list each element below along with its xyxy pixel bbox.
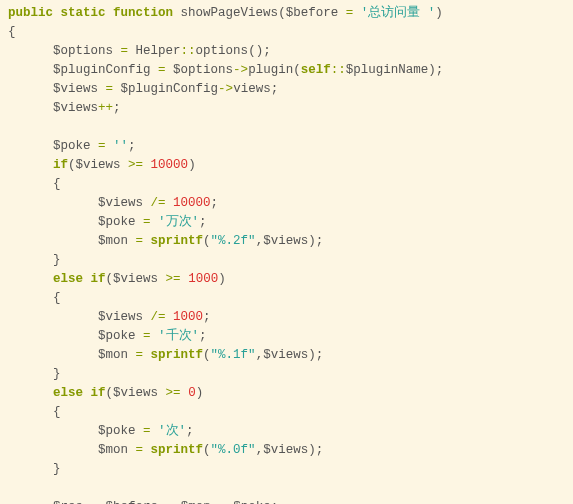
code-line: $views /= 10000;: [8, 194, 573, 213]
token-pun: ;: [271, 82, 279, 96]
token-pun: [166, 63, 174, 77]
token-op: =: [121, 44, 129, 58]
token-pun: [83, 500, 91, 504]
token-pun: [113, 82, 121, 96]
code-line: if($views >= 10000): [8, 156, 573, 175]
token-k: sprintf: [151, 443, 204, 457]
token-pun: [151, 63, 159, 77]
token-var: $mon: [181, 500, 211, 504]
code-line: }: [8, 460, 573, 479]
token-fn: Helper: [136, 44, 181, 58]
token-pun: [83, 386, 91, 400]
token-str: '总访问量 ': [361, 6, 436, 20]
token-pun: }: [53, 367, 61, 381]
token-pun: [143, 234, 151, 248]
token-var: $views: [76, 158, 121, 172]
token-pun: [91, 139, 99, 153]
code-line: public static function showPageViews($be…: [8, 4, 573, 23]
token-k: function: [113, 6, 173, 20]
token-fn: plugin: [248, 63, 293, 77]
token-var: $views: [98, 310, 143, 324]
token-op: ++: [98, 101, 113, 115]
token-var: $poke: [98, 215, 136, 229]
token-str: "%.1f": [211, 348, 256, 362]
token-op: ->: [233, 63, 248, 77]
token-var: $before: [286, 6, 339, 20]
token-pun: [158, 500, 166, 504]
token-pun: [173, 500, 181, 504]
token-pun: );: [308, 443, 323, 457]
token-pun: ;: [199, 215, 207, 229]
code-line: $mon = sprintf("%.1f",$views);: [8, 346, 573, 365]
token-k: else: [53, 272, 83, 286]
token-var: $poke: [233, 500, 271, 504]
token-str: '万次': [158, 215, 199, 229]
token-str: '千次': [158, 329, 199, 343]
code-line: $poke = '';: [8, 137, 573, 156]
token-pun: (: [68, 158, 76, 172]
code-line: {: [8, 289, 573, 308]
code-line: [8, 479, 573, 498]
token-fn: showPageViews: [181, 6, 279, 20]
token-pun: (: [203, 443, 211, 457]
token-pun: (: [106, 386, 114, 400]
token-k: self: [301, 63, 331, 77]
token-pun: [151, 329, 159, 343]
token-pun: [143, 158, 151, 172]
token-op: =: [98, 139, 106, 153]
token-str: '': [113, 139, 128, 153]
token-op: =: [136, 234, 144, 248]
token-pun: {: [8, 25, 16, 39]
token-pun: [128, 348, 136, 362]
token-pun: [173, 6, 181, 20]
token-pun: {: [53, 405, 61, 419]
token-var: $res: [53, 500, 83, 504]
token-op: =: [136, 348, 144, 362]
token-var: $views: [53, 82, 98, 96]
token-op: =: [91, 500, 99, 504]
token-pun: }: [53, 253, 61, 267]
token-pun: );: [428, 63, 443, 77]
code-line: {: [8, 403, 573, 422]
token-num: 1000: [188, 272, 218, 286]
token-pun: ): [218, 272, 226, 286]
token-var: $views: [113, 272, 158, 286]
code-line: $views = $pluginConfig->views;: [8, 80, 573, 99]
token-op: =: [136, 443, 144, 457]
token-k: public: [8, 6, 53, 20]
token-num: 1000: [173, 310, 203, 324]
token-pun: [151, 215, 159, 229]
token-str: "%.2f": [211, 234, 256, 248]
token-pun: [181, 272, 189, 286]
token-pun: ;: [128, 139, 136, 153]
token-op: ->: [218, 82, 233, 96]
code-line: }: [8, 251, 573, 270]
token-op: .: [166, 500, 174, 504]
token-op: .: [218, 500, 226, 504]
code-line: $views++;: [8, 99, 573, 118]
token-k: sprintf: [151, 234, 204, 248]
token-pun: [128, 44, 136, 58]
token-pun: [128, 443, 136, 457]
token-op: /=: [151, 310, 166, 324]
token-pun: ,: [256, 443, 264, 457]
token-var: $options: [173, 63, 233, 77]
token-pun: ;: [211, 196, 219, 210]
token-num: 10000: [173, 196, 211, 210]
token-pun: ;: [271, 500, 279, 504]
token-op: /=: [151, 196, 166, 210]
token-pun: [166, 196, 174, 210]
token-op: =: [106, 82, 114, 96]
token-var: $views: [113, 386, 158, 400]
token-pun: ;: [203, 310, 211, 324]
token-pun: }: [53, 462, 61, 476]
code-line: $poke = '千次';: [8, 327, 573, 346]
token-var: $poke: [98, 424, 136, 438]
token-var: $views: [263, 348, 308, 362]
token-op: =: [143, 424, 151, 438]
token-op: =: [158, 63, 166, 77]
token-k: if: [53, 158, 68, 172]
token-pun: ): [196, 386, 204, 400]
token-pun: (: [203, 348, 211, 362]
token-op: >=: [166, 272, 181, 286]
